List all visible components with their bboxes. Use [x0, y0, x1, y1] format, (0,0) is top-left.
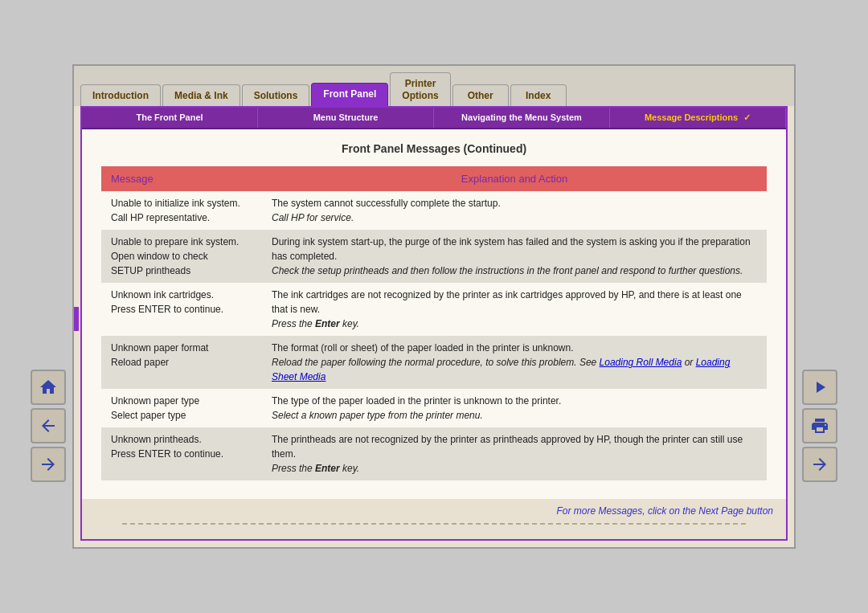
explanation-cell: The printheads are not recognized by the…: [262, 427, 767, 480]
explanation-cell: The format (roll or sheet) of the paper …: [262, 336, 767, 389]
active-check-icon: ✓: [743, 112, 751, 122]
message-cell: Unknown paper formatReload paper: [101, 336, 262, 389]
col-header-explanation: Explanation and Action: [262, 166, 767, 192]
subtab-front-panel[interactable]: The Front Panel: [82, 108, 258, 128]
subtabs-row: The Front Panel Menu Structure Navigatin…: [82, 108, 786, 129]
messages-table: Message Explanation and Action Unable to…: [101, 166, 767, 481]
table-row: Unknown ink cartridges.Press ENTER to co…: [101, 283, 767, 336]
print-button[interactable]: [802, 408, 837, 443]
explanation-cell: The type of the paper loaded in the prin…: [262, 389, 767, 427]
tab-front-panel[interactable]: Front Panel: [311, 83, 388, 106]
subtab-message-descriptions[interactable]: Message Descriptions ✓: [610, 108, 786, 128]
col-header-message: Message: [101, 166, 262, 192]
explanation-cell: The ink cartridges are not recognized by…: [262, 283, 767, 336]
footer-message: For more Messages, click on the Next Pag…: [557, 505, 773, 517]
table-row: Unable to prepare ink system.Open window…: [101, 230, 767, 283]
tab-printer-options[interactable]: PrinterOptions: [390, 72, 450, 106]
side-buttons-left: [31, 370, 66, 482]
bottom-decoration: [122, 523, 746, 539]
message-cell: Unknown printheads.Press ENTER to contin…: [101, 427, 262, 480]
message-cell: Unknown paper typeSelect paper type: [101, 389, 262, 427]
message-cell: Unknown ink cartridges.Press ENTER to co…: [101, 283, 262, 336]
table-row: Unable to initialize ink system.Call HP …: [101, 191, 767, 230]
page-title: Front Panel Messages (Continued): [101, 142, 767, 155]
table-row: Unknown paper typeSelect paper typeThe t…: [101, 389, 767, 427]
tab-solutions[interactable]: Solutions: [242, 84, 310, 106]
main-content: Front Panel Messages (Continued) Message…: [82, 129, 786, 499]
explanation-cell: During ink system start-up, the purge of…: [262, 230, 767, 283]
tab-media-ink[interactable]: Media & Ink: [162, 84, 240, 106]
message-cell: Unable to prepare ink system.Open window…: [101, 230, 262, 283]
tabs-row: Introduction Media & Ink Solutions Front…: [74, 66, 794, 106]
link-roll-media[interactable]: Loading Roll Media: [600, 357, 682, 368]
tab-index[interactable]: Index: [510, 84, 567, 106]
table-row: Unknown printheads.Press ENTER to contin…: [101, 427, 767, 480]
subtab-navigating[interactable]: Navigating the Menu System: [434, 108, 610, 128]
subtab-menu-structure[interactable]: Menu Structure: [258, 108, 434, 128]
message-cell: Unable to initialize ink system.Call HP …: [101, 191, 262, 230]
tab-introduction[interactable]: Introduction: [80, 84, 161, 106]
footer-area: For more Messages, click on the Next Pag…: [82, 499, 786, 523]
table-row: Unknown paper formatReload paperThe form…: [101, 336, 767, 389]
back-button[interactable]: [31, 408, 66, 443]
tab-other[interactable]: Other: [452, 84, 509, 106]
left-marker: [74, 307, 79, 331]
next-page-button[interactable]: [802, 370, 837, 405]
forward-left-button[interactable]: [31, 447, 66, 482]
side-buttons-right: [802, 370, 837, 482]
arrow-right-button[interactable]: [802, 447, 837, 482]
home-button[interactable]: [31, 370, 66, 405]
explanation-cell: The system cannot successfully complete …: [262, 191, 767, 230]
